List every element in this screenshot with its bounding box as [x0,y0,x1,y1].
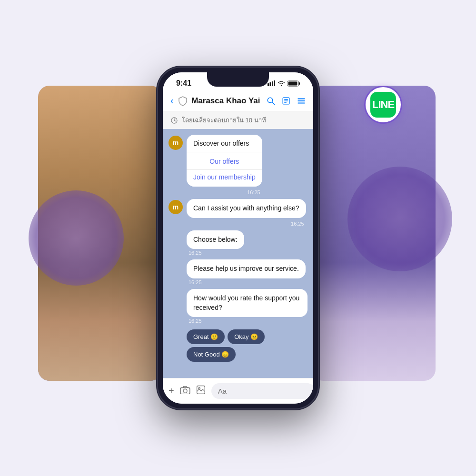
timestamp-2: 16:25 [187,221,306,227]
clock-icon [170,117,178,124]
help-bubble: Please help us improve our service. [187,259,306,278]
assist-message-group: m Can I assist you with anything else? 1… [169,199,307,227]
svg-rect-0 [268,83,269,86]
signal-icon [268,80,275,86]
svg-rect-1 [270,82,271,86]
image-svg [196,385,206,395]
response-bar: โดยเฉลี่ยจะตอบภายใน 10 นาที [163,111,313,129]
membership-link[interactable]: Join our membership [187,170,262,187]
status-icons [268,80,300,87]
choose-bubble-wrap: Choose below: 16:25 [169,230,307,256]
menu-icon[interactable] [297,97,306,105]
chat-header: ‹ Marasca Khao Yai [163,90,313,111]
note-icon[interactable] [282,97,290,105]
search-icon[interactable] [267,97,275,105]
svg-rect-6 [288,81,298,85]
quick-replies: Great 🙂 Okay 😐 Not Good 😞 [169,327,307,364]
great-button[interactable]: Great 🙂 [187,329,225,344]
camera-icon[interactable] [180,386,190,397]
svg-line-8 [272,102,275,104]
our-offers-link[interactable]: Our offers [187,152,262,169]
message-input[interactable] [211,383,313,399]
rate-bubble: How would you rate the support you recei… [187,289,307,317]
line-badge: LINE [364,86,402,124]
image-icon[interactable] [196,385,206,397]
chat-area: m Discover our offers Our offers Join ou… [163,129,313,378]
timestamp-5: 16:25 [187,318,307,324]
phone-notch [207,72,269,87]
timestamp-4: 16:25 [187,279,307,285]
timestamp-1: 16:25 [187,189,262,195]
plus-icon[interactable]: + [169,386,174,397]
offers-message-group: m Discover our offers Our offers Join ou… [169,135,307,195]
phone-screen: 9:41 [163,72,313,404]
offers-title: Discover our offers [187,135,262,152]
phone-frame: 9:41 [157,67,319,409]
status-time: 9:41 [176,79,191,88]
shield-icon [178,96,187,106]
svg-point-18 [183,389,187,393]
choose-bubble: Choose below: [187,230,244,249]
svg-rect-3 [274,80,276,86]
wifi-icon [278,80,285,86]
back-button[interactable]: ‹ [170,95,174,106]
purple-blob-left [29,190,124,286]
timestamp-3: 16:25 [187,250,307,256]
battery-icon [288,80,300,87]
svg-rect-2 [272,81,273,86]
bot-avatar: m [169,136,183,150]
not-good-button[interactable]: Not Good 😞 [187,347,236,362]
response-text: โดยเฉลี่ยจะตอบภายใน 10 นาที [182,115,266,125]
header-icons [267,97,306,105]
okay-button[interactable]: Okay 😐 [228,329,265,344]
svg-rect-5 [299,82,300,85]
camera-svg [180,386,190,394]
chat-name: Marasca Khao Yai [190,96,262,106]
input-bar: + [163,378,313,404]
assist-bubble: Can I assist you with anything else? [187,199,306,218]
line-icon: LINE [370,92,396,118]
bot-avatar-2: m [169,200,183,214]
help-bubble-wrap: Please help us improve our service. 16:2… [169,259,307,285]
offers-bubble: Discover our offers Our offers Join our … [187,135,262,187]
purple-blob-right [347,167,452,271]
rate-bubble-wrap: How would you rate the support you recei… [169,289,307,324]
